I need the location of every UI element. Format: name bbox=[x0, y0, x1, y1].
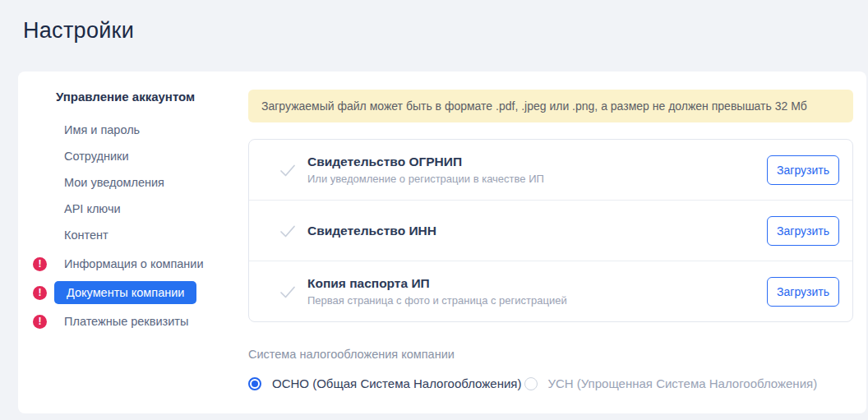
sidebar-item[interactable]: ! Мои уведомления bbox=[33, 169, 248, 196]
settings-sidebar: Управление аккаунтом ! Имя и пароль ! Со… bbox=[18, 72, 248, 413]
sidebar-heading: Управление аккаунтом bbox=[56, 85, 248, 108]
sidebar-item-label: Контент bbox=[64, 228, 108, 242]
sidebar-item[interactable]: ! Информация о компании bbox=[33, 251, 248, 277]
sidebar-item-label: Сотрудники bbox=[64, 150, 129, 163]
document-row: Свидетельство ОГРНИП Или уведомление о р… bbox=[249, 140, 852, 200]
sidebar-item[interactable]: ! Документы компании bbox=[33, 279, 248, 306]
check-icon bbox=[278, 282, 298, 302]
document-text: Свидетельство ИНН bbox=[307, 224, 767, 238]
document-subtitle: Первая страница с фото и страница с реги… bbox=[307, 294, 767, 307]
document-row: Копия паспорта ИП Первая страница с фото… bbox=[249, 261, 852, 321]
sidebar-item[interactable]: ! Сотрудники bbox=[33, 143, 248, 169]
check-icon bbox=[278, 221, 298, 241]
exclamation-circle-icon: ! bbox=[33, 257, 47, 271]
radio-icon[interactable] bbox=[524, 377, 538, 390]
tax-option[interactable]: ОСНО (Общая Система Налогообложения) bbox=[248, 376, 521, 390]
sidebar-item-label: Имя и пароль bbox=[64, 123, 140, 136]
document-title: Свидетельство ОГРНИП bbox=[307, 155, 767, 169]
exclamation-circle-icon: ! bbox=[33, 286, 47, 300]
tax-option-label: УСН (Упрощенная Система Налогообложения) bbox=[547, 376, 817, 390]
sidebar-item[interactable]: ! API ключи bbox=[33, 196, 248, 222]
sidebar-nav: ! Имя и пароль ! Сотрудники ! Мои уведом… bbox=[33, 117, 248, 335]
sidebar-item-label: API ключи bbox=[64, 202, 121, 215]
sidebar-item-label: Мои уведомления bbox=[64, 176, 164, 189]
tax-system-label: Система налогообложения компании bbox=[248, 348, 853, 361]
document-subtitle: Или уведомление о регистрации в качестве… bbox=[307, 173, 767, 185]
sidebar-item-label: Документы компании bbox=[54, 281, 196, 304]
document-text: Копия паспорта ИП Первая страница с фото… bbox=[307, 276, 767, 307]
document-title: Копия паспорта ИП bbox=[307, 276, 767, 291]
settings-content: Загружаемый файл может быть в формате .p… bbox=[248, 72, 866, 413]
sidebar-item[interactable]: ! Контент bbox=[33, 222, 248, 248]
document-title: Свидетельство ИНН bbox=[307, 224, 767, 238]
tax-option-label: ОСНО (Общая Система Налогообложения) bbox=[272, 376, 521, 390]
exclamation-circle-icon: ! bbox=[33, 315, 47, 329]
document-row: Свидетельство ИНН Загрузить bbox=[249, 200, 852, 261]
sidebar-item-label: Платежные реквизиты bbox=[64, 315, 188, 328]
tax-options-group: ОСНО (Общая Система Налогообложения) УСН… bbox=[248, 376, 853, 390]
sidebar-item[interactable]: ! Платежные реквизиты bbox=[33, 308, 248, 335]
check-icon bbox=[278, 160, 298, 180]
tax-option[interactable]: УСН (Упрощенная Система Налогообложения) bbox=[524, 376, 817, 390]
upload-button[interactable]: Загрузить bbox=[767, 277, 839, 307]
settings-panel: Управление аккаунтом ! Имя и пароль ! Со… bbox=[18, 72, 866, 413]
sidebar-item[interactable]: ! Имя и пароль bbox=[33, 117, 248, 143]
page-title: Настройки bbox=[23, 18, 134, 44]
sidebar-item-label: Информация о компании bbox=[64, 257, 204, 270]
documents-card: Свидетельство ОГРНИП Или уведомление о р… bbox=[248, 139, 853, 322]
upload-button[interactable]: Загрузить bbox=[767, 216, 839, 246]
document-text: Свидетельство ОГРНИП Или уведомление о р… bbox=[307, 155, 767, 185]
radio-icon[interactable] bbox=[248, 377, 261, 390]
upload-button[interactable]: Загрузить bbox=[767, 155, 839, 185]
upload-format-notice: Загружаемый файл может быть в формате .p… bbox=[248, 90, 853, 122]
